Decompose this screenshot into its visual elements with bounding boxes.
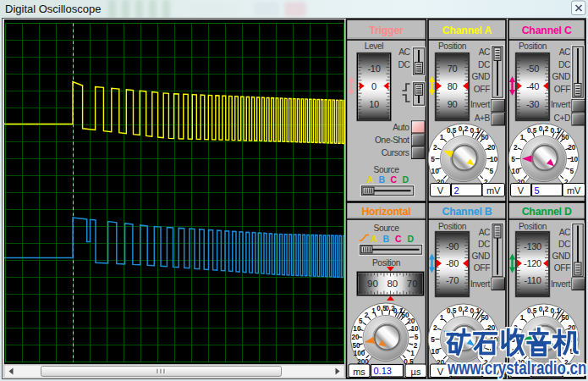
svg-text:DC: DC: [478, 240, 490, 249]
svg-text:A: A: [371, 234, 377, 244]
svg-text:-70: -70: [446, 275, 459, 285]
svg-text:www.crystalradio.cn: www.crystalradio.cn: [447, 357, 586, 378]
svg-text:V: V: [437, 185, 444, 196]
svg-text:ms: ms: [353, 367, 365, 377]
svg-text:Invert: Invert: [470, 100, 491, 109]
svg-text:GND: GND: [552, 251, 570, 261]
svg-text:10: 10: [431, 347, 440, 356]
svg-text:80: 80: [387, 279, 398, 289]
svg-text:DC: DC: [558, 240, 570, 249]
svg-text:C: C: [395, 234, 402, 244]
svg-text:1: 1: [410, 350, 415, 357]
svg-text:-40: -40: [526, 81, 539, 91]
svg-text:µs: µs: [411, 367, 421, 377]
svg-text:20: 20: [487, 323, 496, 332]
svg-text:50: 50: [352, 342, 360, 350]
svg-text:10: 10: [512, 167, 520, 175]
svg-text:70: 70: [407, 279, 418, 289]
svg-text:1: 1: [440, 313, 444, 322]
svg-text:80: 80: [448, 81, 458, 91]
svg-text:OFF: OFF: [554, 85, 570, 94]
svg-text:Channel A: Channel A: [442, 25, 492, 36]
svg-text:0.5: 0.5: [527, 306, 537, 315]
svg-text:-130: -130: [524, 241, 541, 251]
svg-text:0.5: 0.5: [447, 306, 457, 315]
svg-text:C: C: [390, 174, 397, 185]
svg-text:B: B: [378, 174, 385, 185]
svg-text:5: 5: [511, 155, 515, 163]
svg-text:OFF: OFF: [474, 263, 490, 273]
svg-text:1: 1: [440, 133, 444, 141]
svg-text:Position: Position: [438, 41, 466, 51]
svg-text:AC: AC: [559, 228, 570, 237]
svg-text:OFF: OFF: [474, 85, 490, 94]
svg-text:Digital Oscilloscope: Digital Oscilloscope: [5, 3, 101, 15]
svg-text:C+D: C+D: [554, 113, 571, 123]
svg-text:-50: -50: [526, 64, 539, 74]
svg-text:1: 1: [520, 313, 525, 322]
svg-text:D: D: [402, 174, 409, 185]
svg-text:0: 0: [371, 81, 376, 91]
svg-text:Channel B: Channel B: [442, 206, 492, 218]
svg-text:GND: GND: [472, 72, 490, 81]
svg-text:2: 2: [414, 342, 418, 350]
svg-text:5: 5: [535, 185, 540, 196]
svg-text:0.1: 0.1: [551, 306, 561, 315]
svg-text:Invert: Invert: [551, 100, 571, 109]
svg-text:5: 5: [415, 334, 419, 341]
svg-text:0.5: 0.5: [527, 126, 537, 135]
svg-text:Invert: Invert: [470, 279, 491, 289]
svg-text:20: 20: [487, 143, 496, 152]
svg-text:DC: DC: [558, 60, 570, 69]
svg-text:DC: DC: [398, 60, 410, 69]
svg-text:V: V: [437, 367, 444, 377]
svg-text:B: B: [382, 234, 389, 244]
svg-text:5: 5: [431, 155, 435, 163]
svg-text:GND: GND: [552, 72, 570, 81]
svg-text:D: D: [407, 234, 414, 244]
svg-text:10: 10: [369, 99, 379, 109]
svg-text:Source: Source: [374, 224, 400, 233]
svg-text:90: 90: [448, 99, 458, 109]
svg-text:2: 2: [433, 323, 437, 332]
svg-text:Position: Position: [519, 41, 547, 51]
svg-text:One-Shot: One-Shot: [375, 135, 409, 145]
svg-text:-80: -80: [446, 258, 459, 268]
svg-text:A+B: A+B: [475, 113, 491, 123]
svg-text:AC: AC: [479, 228, 490, 237]
svg-text:2: 2: [365, 312, 369, 319]
svg-text:Position: Position: [519, 222, 547, 231]
svg-text:Auto: Auto: [393, 123, 409, 132]
svg-text:-120: -120: [524, 258, 541, 268]
svg-text:5: 5: [569, 167, 574, 175]
svg-text:Invert: Invert: [551, 279, 571, 289]
svg-text:Channel D: Channel D: [522, 206, 572, 218]
svg-text:-110: -110: [525, 275, 541, 285]
svg-text:10: 10: [431, 167, 440, 175]
svg-text:-10: -10: [368, 64, 381, 74]
svg-text:GND: GND: [472, 251, 490, 261]
svg-text:2: 2: [454, 185, 459, 196]
svg-text:0.13: 0.13: [374, 366, 392, 376]
svg-text:5: 5: [489, 167, 493, 175]
svg-text:mV: mV: [486, 185, 501, 196]
svg-text:AC: AC: [479, 47, 490, 57]
svg-text:V: V: [518, 185, 525, 196]
svg-text:1: 1: [520, 133, 525, 141]
svg-text:5: 5: [359, 318, 363, 325]
svg-text:70: 70: [448, 64, 458, 74]
svg-text:Trigger: Trigger: [369, 25, 404, 36]
svg-text:DC: DC: [478, 60, 490, 69]
svg-text:mV: mV: [567, 185, 581, 196]
svg-text:Horizontal: Horizontal: [361, 206, 410, 218]
svg-text:2: 2: [514, 143, 518, 152]
svg-text:20: 20: [407, 318, 415, 325]
svg-text:Position: Position: [372, 258, 400, 268]
svg-text:0.1: 0.1: [470, 306, 481, 315]
svg-text:A: A: [366, 174, 373, 185]
svg-text:OFF: OFF: [554, 263, 570, 273]
svg-text:-90: -90: [446, 241, 459, 251]
svg-text:-30: -30: [526, 99, 539, 109]
svg-text:5: 5: [431, 335, 435, 344]
svg-text:AC: AC: [398, 47, 409, 57]
